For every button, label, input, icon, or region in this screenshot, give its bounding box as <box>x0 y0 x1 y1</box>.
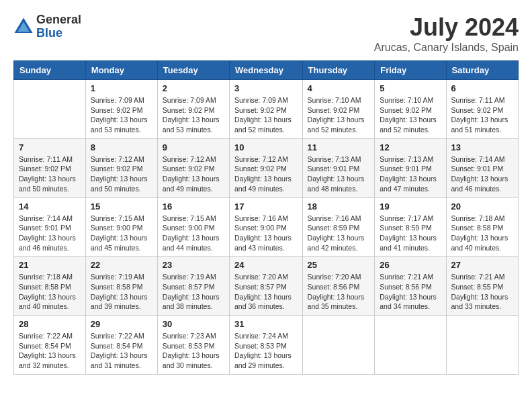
day-cell <box>375 316 446 375</box>
header-wednesday: Wednesday <box>230 61 303 80</box>
day-cell: 10Sunrise: 7:12 AMSunset: 9:02 PMDayligh… <box>230 138 303 197</box>
day-info: Sunrise: 7:16 AMSunset: 9:00 PMDaylight:… <box>234 214 298 253</box>
week-row-1: 1Sunrise: 7:09 AMSunset: 9:02 PMDaylight… <box>14 80 519 139</box>
day-number: 11 <box>308 142 370 152</box>
week-row-4: 21Sunrise: 7:18 AMSunset: 8:58 PMDayligh… <box>14 257 519 316</box>
day-info: Sunrise: 7:21 AMSunset: 8:56 PMDaylight:… <box>380 272 441 312</box>
day-number: 30 <box>163 319 224 329</box>
day-number: 28 <box>19 319 81 329</box>
day-cell: 19Sunrise: 7:17 AMSunset: 8:59 PMDayligh… <box>375 197 446 257</box>
week-row-2: 7Sunrise: 7:11 AMSunset: 9:02 PMDaylight… <box>14 138 519 197</box>
day-info: Sunrise: 7:13 AMSunset: 9:01 PMDaylight:… <box>308 154 370 194</box>
day-cell: 12Sunrise: 7:13 AMSunset: 9:01 PMDayligh… <box>375 138 446 197</box>
day-info: Sunrise: 7:12 AMSunset: 9:02 PMDaylight:… <box>234 154 298 194</box>
month-year-title: July 2024 <box>374 13 519 42</box>
day-cell: 25Sunrise: 7:20 AMSunset: 8:56 PMDayligh… <box>302 257 375 316</box>
day-number: 29 <box>91 319 152 329</box>
day-info: Sunrise: 7:15 AMSunset: 9:00 PMDaylight:… <box>163 214 224 253</box>
day-number: 3 <box>234 83 298 93</box>
day-cell: 23Sunrise: 7:19 AMSunset: 8:57 PMDayligh… <box>157 257 229 316</box>
day-cell: 20Sunrise: 7:18 AMSunset: 8:58 PMDayligh… <box>446 197 518 257</box>
title-area: July 2024 Arucas, Canary Islands, Spain <box>374 13 519 54</box>
header-friday: Friday <box>375 61 446 80</box>
day-info: Sunrise: 7:22 AMSunset: 8:54 PMDaylight:… <box>19 331 81 371</box>
day-number: 4 <box>308 83 370 93</box>
logo-icon <box>13 17 34 37</box>
day-cell: 21Sunrise: 7:18 AMSunset: 8:58 PMDayligh… <box>14 257 86 316</box>
day-cell: 28Sunrise: 7:22 AMSunset: 8:54 PMDayligh… <box>14 316 86 375</box>
day-number: 18 <box>308 201 370 212</box>
day-info: Sunrise: 7:21 AMSunset: 8:55 PMDaylight:… <box>451 272 513 312</box>
day-number: 31 <box>234 319 298 329</box>
day-number: 17 <box>234 201 298 212</box>
logo-general-text: General <box>36 13 81 27</box>
day-info: Sunrise: 7:09 AMSunset: 9:02 PMDaylight:… <box>234 95 298 135</box>
day-info: Sunrise: 7:24 AMSunset: 8:53 PMDaylight:… <box>234 331 298 371</box>
day-info: Sunrise: 7:16 AMSunset: 8:59 PMDaylight:… <box>308 214 370 253</box>
day-info: Sunrise: 7:12 AMSunset: 9:02 PMDaylight:… <box>91 154 152 194</box>
day-cell: 4Sunrise: 7:10 AMSunset: 9:02 PMDaylight… <box>302 80 375 139</box>
day-number: 16 <box>163 201 224 212</box>
header-thursday: Thursday <box>302 61 375 80</box>
day-info: Sunrise: 7:13 AMSunset: 9:01 PMDaylight:… <box>380 154 441 194</box>
day-cell: 2Sunrise: 7:09 AMSunset: 9:02 PMDaylight… <box>157 80 229 139</box>
day-info: Sunrise: 7:20 AMSunset: 8:57 PMDaylight:… <box>234 272 298 312</box>
day-number: 8 <box>91 142 152 152</box>
day-cell: 3Sunrise: 7:09 AMSunset: 9:02 PMDaylight… <box>230 80 303 139</box>
calendar-table: SundayMondayTuesdayWednesdayThursdayFrid… <box>13 60 519 375</box>
day-number: 14 <box>19 201 81 212</box>
day-number: 24 <box>234 260 298 270</box>
day-cell <box>446 316 518 375</box>
day-cell: 14Sunrise: 7:14 AMSunset: 9:01 PMDayligh… <box>14 197 86 257</box>
day-cell: 6Sunrise: 7:11 AMSunset: 9:02 PMDaylight… <box>446 80 518 139</box>
day-info: Sunrise: 7:10 AMSunset: 9:02 PMDaylight:… <box>380 95 441 135</box>
day-cell: 7Sunrise: 7:11 AMSunset: 9:02 PMDaylight… <box>14 138 86 197</box>
day-info: Sunrise: 7:22 AMSunset: 8:54 PMDaylight:… <box>91 331 152 371</box>
day-number: 7 <box>19 142 81 152</box>
header-saturday: Saturday <box>446 61 518 80</box>
day-number: 5 <box>380 83 441 93</box>
day-info: Sunrise: 7:14 AMSunset: 9:01 PMDaylight:… <box>451 154 513 194</box>
day-info: Sunrise: 7:19 AMSunset: 8:58 PMDaylight:… <box>91 272 152 312</box>
day-info: Sunrise: 7:10 AMSunset: 9:02 PMDaylight:… <box>308 95 370 135</box>
day-info: Sunrise: 7:09 AMSunset: 9:02 PMDaylight:… <box>163 95 224 135</box>
header-monday: Monday <box>85 61 157 80</box>
day-cell: 29Sunrise: 7:22 AMSunset: 8:54 PMDayligh… <box>85 316 157 375</box>
day-info: Sunrise: 7:14 AMSunset: 9:01 PMDaylight:… <box>19 214 81 253</box>
day-number: 21 <box>19 260 81 270</box>
day-cell: 22Sunrise: 7:19 AMSunset: 8:58 PMDayligh… <box>85 257 157 316</box>
day-number: 22 <box>91 260 152 270</box>
header-sunday: Sunday <box>14 61 86 80</box>
day-number: 26 <box>380 260 441 270</box>
day-number: 27 <box>451 260 513 270</box>
day-cell: 17Sunrise: 7:16 AMSunset: 9:00 PMDayligh… <box>230 197 303 257</box>
day-number: 13 <box>451 142 513 152</box>
day-cell: 9Sunrise: 7:12 AMSunset: 9:02 PMDaylight… <box>157 138 229 197</box>
day-info: Sunrise: 7:11 AMSunset: 9:02 PMDaylight:… <box>19 154 81 194</box>
day-number: 1 <box>91 83 152 93</box>
location-subtitle: Arucas, Canary Islands, Spain <box>374 42 519 54</box>
day-number: 9 <box>163 142 224 152</box>
day-info: Sunrise: 7:23 AMSunset: 8:53 PMDaylight:… <box>163 331 224 371</box>
day-number: 20 <box>451 201 513 212</box>
logo: General Blue <box>13 13 81 40</box>
day-number: 10 <box>234 142 298 152</box>
week-row-3: 14Sunrise: 7:14 AMSunset: 9:01 PMDayligh… <box>14 197 519 257</box>
day-number: 23 <box>163 260 224 270</box>
day-info: Sunrise: 7:09 AMSunset: 9:02 PMDaylight:… <box>91 95 152 135</box>
day-cell: 27Sunrise: 7:21 AMSunset: 8:55 PMDayligh… <box>446 257 518 316</box>
day-info: Sunrise: 7:18 AMSunset: 8:58 PMDaylight:… <box>451 214 513 253</box>
day-number: 6 <box>451 83 513 93</box>
day-number: 2 <box>163 83 224 93</box>
day-cell: 30Sunrise: 7:23 AMSunset: 8:53 PMDayligh… <box>157 316 229 375</box>
header-row: SundayMondayTuesdayWednesdayThursdayFrid… <box>14 61 519 80</box>
day-cell: 18Sunrise: 7:16 AMSunset: 8:59 PMDayligh… <box>302 197 375 257</box>
day-cell: 13Sunrise: 7:14 AMSunset: 9:01 PMDayligh… <box>446 138 518 197</box>
day-info: Sunrise: 7:12 AMSunset: 9:02 PMDaylight:… <box>163 154 224 194</box>
day-cell <box>14 80 86 139</box>
day-info: Sunrise: 7:20 AMSunset: 8:56 PMDaylight:… <box>308 272 370 312</box>
week-row-5: 28Sunrise: 7:22 AMSunset: 8:54 PMDayligh… <box>14 316 519 375</box>
day-cell: 1Sunrise: 7:09 AMSunset: 9:02 PMDaylight… <box>85 80 157 139</box>
day-cell: 24Sunrise: 7:20 AMSunset: 8:57 PMDayligh… <box>230 257 303 316</box>
day-cell: 5Sunrise: 7:10 AMSunset: 9:02 PMDaylight… <box>375 80 446 139</box>
